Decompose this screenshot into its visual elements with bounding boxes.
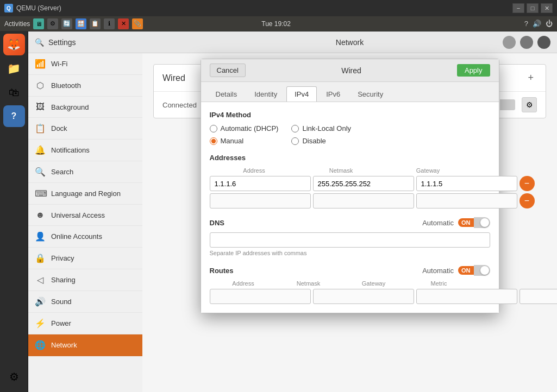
radio-manual-label: Manual bbox=[221, 137, 244, 145]
radio-col-1: Automatic (DHCP) Manual bbox=[210, 124, 279, 145]
settings-item-label-bluetooth: Bluetooth bbox=[51, 81, 81, 90]
taskbar-icon-3[interactable]: 🔄 bbox=[61, 18, 72, 29]
dock: 🦊 📁 🛍 ? ⚙ bbox=[0, 31, 28, 392]
privacy-icon: 🔒 bbox=[35, 253, 46, 263]
maximize-button[interactable]: □ bbox=[527, 3, 539, 13]
addresses-header-row: Address Netmask Gateway bbox=[210, 167, 490, 174]
tab-ipv4[interactable]: IPv4 bbox=[286, 86, 317, 102]
route-address-input[interactable] bbox=[210, 289, 311, 304]
netmask-input-1[interactable] bbox=[313, 176, 414, 191]
address-input-1[interactable] bbox=[210, 176, 311, 191]
taskbar-icon-5[interactable]: 📋 bbox=[90, 18, 101, 29]
radio-manual-input[interactable] bbox=[210, 137, 217, 145]
tab-security[interactable]: Security bbox=[349, 86, 391, 102]
dock-item-firefox[interactable]: 🦊 bbox=[3, 34, 25, 55]
radio-col-2: Link-Local Only Disable bbox=[291, 124, 351, 145]
route-row-1: − bbox=[210, 289, 490, 304]
settings-item-search[interactable]: 🔍 Search bbox=[28, 161, 142, 183]
language-icon: ⌨ bbox=[35, 188, 46, 199]
main-content: 🦊 📁 🛍 ? ⚙ 🔍 Settings 📶 Wi-Fi ⬡ Bluetooth… bbox=[0, 31, 557, 392]
settings-item-label-online-accounts: Online Accounts bbox=[51, 232, 102, 241]
network-header: Network bbox=[142, 31, 557, 53]
settings-item-online-accounts[interactable]: 👤 Online Accounts bbox=[28, 226, 142, 248]
tab-ipv6[interactable]: IPv6 bbox=[318, 86, 348, 102]
radio-dhcp-input[interactable] bbox=[210, 125, 217, 132]
remove-row-2-button[interactable]: − bbox=[520, 193, 535, 208]
taskbar-icon-6[interactable]: ℹ bbox=[104, 18, 115, 29]
dns-input[interactable] bbox=[210, 232, 490, 248]
dock-item-files[interactable]: 📁 bbox=[3, 58, 25, 79]
help-icon[interactable]: ? bbox=[524, 20, 528, 28]
wired-dialog: Cancel Wired Apply Details Identity IPv4… bbox=[201, 59, 499, 313]
settings-item-sound[interactable]: 🔊 Sound bbox=[28, 291, 142, 313]
settings-item-background[interactable]: 🖼 Background bbox=[28, 97, 142, 118]
dialog-apply-button[interactable]: Apply bbox=[457, 64, 490, 77]
settings-panel: 🔍 Settings 📶 Wi-Fi ⬡ Bluetooth 🖼 Backgro… bbox=[28, 31, 142, 392]
dialog-overlay: Cancel Wired Apply Details Identity IPv4… bbox=[142, 53, 557, 138]
sound-settings-icon: 🔊 bbox=[35, 296, 46, 307]
universal-access-icon: ☻ bbox=[35, 210, 46, 220]
netmask-input-2[interactable] bbox=[313, 193, 414, 208]
radio-link-local-input[interactable] bbox=[291, 125, 299, 132]
taskbar-icon-2[interactable]: ⚙ bbox=[47, 18, 58, 29]
settings-item-sharing[interactable]: ◁ Sharing bbox=[28, 269, 142, 291]
tab-identity[interactable]: Identity bbox=[246, 86, 285, 102]
dns-toggle[interactable]: ON bbox=[458, 217, 490, 228]
routes-toggle[interactable]: ON bbox=[458, 265, 490, 276]
settings-item-bluetooth[interactable]: ⬡ Bluetooth bbox=[28, 75, 142, 97]
address-input-2[interactable] bbox=[210, 193, 311, 208]
settings-item-label-network: Network bbox=[51, 341, 77, 349]
dock-item-system[interactable]: ⚙ bbox=[3, 366, 25, 388]
taskbar-right: ? 🔊 ⏻ bbox=[524, 20, 553, 28]
settings-item-label-universal-access: Universal Access bbox=[51, 211, 105, 219]
gateway-input-2[interactable] bbox=[416, 193, 517, 208]
close-button[interactable]: ✕ bbox=[541, 3, 553, 13]
route-netmask-input[interactable] bbox=[313, 289, 414, 304]
settings-item-notifications[interactable]: 🔔 Notifications bbox=[28, 140, 142, 161]
dialog-cancel-button[interactable]: Cancel bbox=[210, 64, 246, 77]
settings-item-wifi[interactable]: 📶 Wi-Fi bbox=[28, 53, 142, 75]
gateway-input-1[interactable] bbox=[416, 176, 517, 191]
remove-row-1-button[interactable]: − bbox=[520, 176, 535, 191]
routes-header: Routes Automatic ON bbox=[210, 265, 490, 276]
settings-item-network[interactable]: 🌐 Network bbox=[28, 334, 142, 356]
routes-toggle-knob bbox=[480, 266, 489, 275]
radio-disable-input[interactable] bbox=[291, 137, 299, 145]
settings-item-dock[interactable]: 📋 Dock bbox=[28, 118, 142, 140]
settings-header-title: Settings bbox=[48, 38, 76, 47]
settings-item-label-power: Power bbox=[51, 319, 71, 327]
activities-button[interactable]: Activities bbox=[4, 20, 30, 28]
settings-list: 📶 Wi-Fi ⬡ Bluetooth 🖼 Background 📋 Dock … bbox=[28, 53, 142, 392]
route-gateway-input[interactable] bbox=[416, 289, 517, 304]
route-metric-input[interactable] bbox=[520, 289, 558, 304]
radio-link-local[interactable]: Link-Local Only bbox=[291, 124, 351, 132]
taskbar-icon-8[interactable]: 📎 bbox=[132, 18, 143, 29]
dns-toggle-slider[interactable] bbox=[474, 217, 490, 228]
avatar bbox=[503, 36, 516, 49]
col-header-gateway: Gateway bbox=[386, 167, 471, 174]
dock-item-software[interactable]: 🛍 bbox=[3, 81, 25, 103]
settings-item-universal-access[interactable]: ☻ Universal Access bbox=[28, 205, 142, 226]
routes-auto-label: Automatic bbox=[422, 267, 454, 275]
routes-toggle-slider[interactable] bbox=[474, 265, 490, 276]
power-icon[interactable]: ⏻ bbox=[546, 20, 553, 28]
taskbar-icon-1[interactable]: 🖥 bbox=[33, 18, 44, 29]
taskbar-icon-7[interactable]: ✕ bbox=[118, 18, 129, 29]
tab-details[interactable]: Details bbox=[208, 86, 246, 102]
settings-item-label-sharing: Sharing bbox=[51, 276, 76, 284]
route-col-header-gateway: Gateway bbox=[342, 280, 405, 287]
taskbar-icon-4[interactable]: 🪟 bbox=[76, 18, 86, 29]
sound-icon[interactable]: 🔊 bbox=[533, 20, 541, 28]
minimize-button[interactable]: − bbox=[512, 3, 524, 13]
taskbar: Activities 🖥 ⚙ 🔄 🪟 📋 ℹ ✕ 📎 Tue 19:02 ? 🔊… bbox=[0, 16, 557, 31]
radio-disable[interactable]: Disable bbox=[291, 137, 351, 145]
settings-item-language[interactable]: ⌨ Language and Region bbox=[28, 183, 142, 205]
settings-item-power[interactable]: ⚡ Power bbox=[28, 313, 142, 334]
settings-item-label-privacy: Privacy bbox=[51, 254, 74, 262]
dock-item-help[interactable]: ? bbox=[3, 105, 25, 127]
radio-dhcp[interactable]: Automatic (DHCP) bbox=[210, 124, 279, 132]
window-title: QEMU (Server) bbox=[16, 4, 509, 12]
settings-item-privacy[interactable]: 🔒 Privacy bbox=[28, 248, 142, 269]
ipv4-method-title: IPv4 Method bbox=[210, 111, 490, 119]
radio-manual[interactable]: Manual bbox=[210, 137, 279, 145]
